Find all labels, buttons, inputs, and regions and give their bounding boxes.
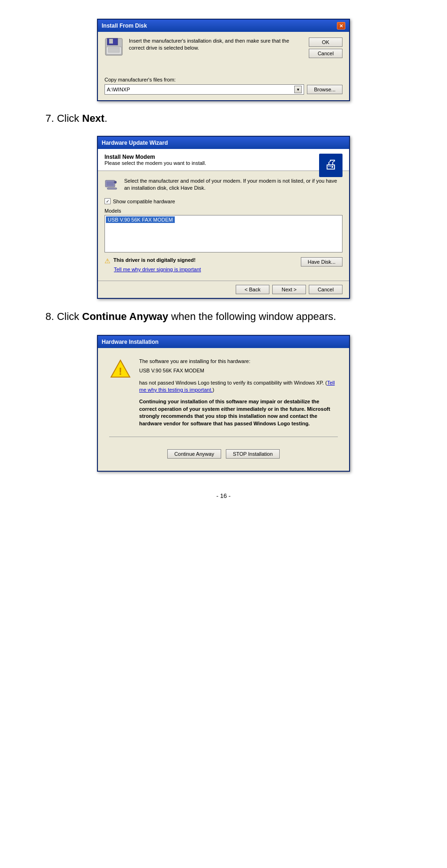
hw-logo-text: has not passed Windows Logo testing to v… (139, 379, 338, 394)
show-compatible-checkbox[interactable]: ✓ (104, 198, 111, 204)
wizard-footer: < Back Next > Cancel (98, 281, 349, 298)
step7-text: 7. Click (45, 112, 82, 124)
selected-model-item[interactable]: USB V.90 56K FAX MODEM (106, 216, 175, 223)
hw-intro: The software you are installing for this… (139, 357, 338, 365)
page-content: Install From Disk ✕ Insert the manufactu… (45, 19, 402, 499)
wizard-content: Select the manufacturer and model of you… (98, 171, 349, 281)
wizard-header-title: Install New Modem (104, 154, 343, 160)
install-from-disk-title: Install From Disk (102, 22, 147, 29)
svg-rect-8 (106, 181, 114, 186)
continue-anyway-button[interactable]: Continue Anyway (167, 449, 221, 459)
hw-text-block: The software you are installing for this… (139, 357, 338, 427)
warning-section: ⚠ This driver is not digitally signed! T… (104, 257, 201, 272)
step7-punctuation: . (104, 112, 107, 124)
step8-rest: when the following window appears. (168, 311, 336, 322)
step8-bold: Continue Anyway (82, 311, 168, 322)
svg-text:!: ! (119, 365, 122, 377)
hw-logo-text-close: ) (213, 387, 215, 393)
step8-label: 8. Click Continue Anyway when the follow… (45, 310, 402, 324)
next-button[interactable]: Next > (272, 285, 306, 294)
install-from-disk-titlebar: Install From Disk ✕ (98, 20, 349, 32)
browse-button[interactable]: Browse... (307, 85, 343, 94)
step7-bold: Next (82, 112, 104, 124)
install-from-disk-body: Insert the manufacturer's installation d… (98, 32, 349, 100)
warning-triangle-icon: ⚠ (104, 257, 111, 265)
combobox-arrow-icon[interactable]: ▼ (294, 86, 302, 93)
back-button[interactable]: < Back (236, 285, 269, 294)
hardware-wizard-titlebar: Hardware Update Wizard (98, 137, 349, 149)
wizard-info-text: Select the manufacturer and model of you… (124, 178, 343, 192)
close-icon[interactable]: ✕ (337, 22, 345, 30)
hardware-installation-dialog: Hardware Installation ! The software you… (97, 335, 350, 472)
hw-warning-bold: Continuing your installation of this sof… (139, 398, 338, 427)
cancel-button-wizard[interactable]: Cancel (309, 285, 343, 294)
models-listbox[interactable]: USB V.90 56K FAX MODEM (104, 215, 343, 252)
hw-top-row: ! The software you are installing for th… (109, 357, 338, 427)
hw-footer-divider (109, 437, 338, 437)
svg-rect-2 (109, 39, 113, 44)
hw-install-title: Hardware Installation (102, 339, 158, 345)
warning-row: ⚠ This driver is not digitally signed! (104, 257, 201, 265)
svg-point-11 (115, 182, 116, 183)
wizard-header-sub: Please select the modem you want to inst… (104, 160, 343, 166)
have-disk-button[interactable]: Have Disk... (301, 257, 343, 267)
svg-rect-9 (107, 188, 117, 189)
warning-triangle-container: ! (109, 357, 132, 380)
copy-path-value: A:\WINXP (107, 87, 130, 92)
hardware-wizard-title: Hardware Update Wizard (102, 140, 168, 146)
show-compatible-label: Show compatible hardware (113, 199, 175, 204)
install-top-row: Insert the manufacturer's installation d… (104, 37, 343, 58)
floppy-disk-icon (104, 37, 123, 56)
install-from-disk-dialog: Install From Disk ✕ Insert the manufactu… (97, 19, 350, 101)
wizard-header: 🖨 Install New Modem Please select the mo… (98, 149, 349, 171)
hw-logo-text-before: has not passed Windows Logo testing to v… (139, 380, 327, 386)
page-number: - 16 - (45, 492, 402, 499)
cancel-button[interactable]: Cancel (309, 49, 343, 58)
wizard-header-icon: 🖨 (319, 154, 343, 177)
hardware-wizard-dialog: Hardware Update Wizard 🖨 Install New Mod… (97, 136, 350, 299)
hw-device-name: USB V.90 56K FAX MODEM (139, 367, 338, 375)
hw-install-titlebar: Hardware Installation (98, 336, 349, 348)
show-compatible-row: ✓ Show compatible hardware (104, 198, 343, 204)
stop-installation-button[interactable]: STOP Installation (226, 449, 280, 459)
wizard-footer-buttons: < Back Next > Cancel (236, 285, 343, 294)
warning-triangle-icon: ! (110, 358, 131, 379)
svg-text:🖨: 🖨 (324, 157, 337, 171)
copy-input-row: A:\WINXP ▼ Browse... (104, 84, 343, 95)
copy-label: Copy manufacturer's files from: (104, 77, 343, 82)
warning-link[interactable]: Tell me why driver signing is important (114, 267, 201, 272)
ok-cancel-buttons: OK Cancel (309, 37, 343, 58)
step8-text: 8. Click (45, 311, 82, 322)
hw-install-body: ! The software you are installing for th… (98, 348, 349, 471)
models-label: Models (104, 208, 343, 214)
copy-row: Copy manufacturer's files from: A:\WINXP… (104, 77, 343, 95)
install-message: Insert the manufacturer's installation d… (129, 37, 303, 52)
warning-text: This driver is not digitally signed! (113, 257, 195, 263)
svg-rect-4 (108, 48, 119, 52)
ok-button[interactable]: OK (309, 37, 343, 47)
hw-footer-buttons: Continue Anyway STOP Installation (109, 446, 338, 461)
modem-icon (104, 178, 119, 193)
copy-path-combobox[interactable]: A:\WINXP ▼ (104, 84, 304, 95)
wizard-info-row: Select the manufacturer and model of you… (104, 178, 343, 193)
step7-label: 7. Click Next. (45, 112, 402, 125)
